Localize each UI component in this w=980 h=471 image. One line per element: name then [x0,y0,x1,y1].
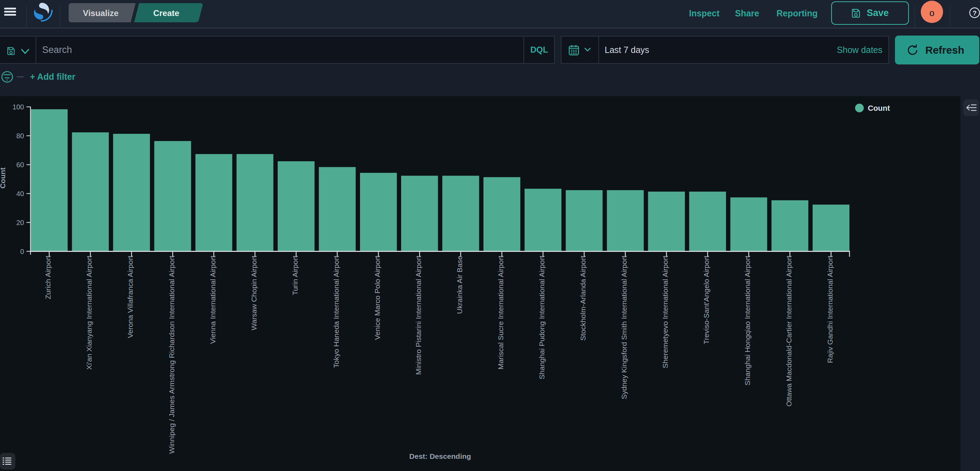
svg-text:Shanghai Pudong International: Shanghai Pudong International Airport [538,256,546,379]
svg-text:Vienna International Airport: Vienna International Airport [209,256,217,344]
svg-text:Ministro Pistarini Internation: Ministro Pistarini International Airport [414,256,422,375]
svg-text:Xi'an Xianyang International A: Xi'an Xianyang International Airport [85,256,93,370]
svg-text:60: 60 [16,161,24,169]
svg-text:Turin Airport: Turin Airport [291,256,299,295]
svg-text:Sheremetyevo International Air: Sheremetyevo International Airport [661,256,669,369]
svg-text:Rajiv Gandhi International Air: Rajiv Gandhi International Airport [826,256,834,363]
svg-text:Winnipeg / James Armstrong Ric: Winnipeg / James Armstrong Richardson In… [168,256,176,454]
svg-text:Venice Marco Polo Airport: Venice Marco Polo Airport [373,256,381,340]
svg-text:Ottawa Macdonald-Cartier Inter: Ottawa Macdonald-Cartier International A… [785,256,793,406]
svg-text:Ukrainka Air Base: Ukrainka Air Base [455,256,463,314]
svg-text:Treviso-Sant'Angelo Airport: Treviso-Sant'Angelo Airport [702,256,710,344]
svg-text:Zurich Airport: Zurich Airport [44,256,52,299]
svg-text:Count: Count [868,104,890,113]
svg-text:40: 40 [16,190,24,198]
svg-text:Sydney Kingsford Smith Interna: Sydney Kingsford Smith International Air… [620,256,628,399]
svg-text:20: 20 [16,219,24,227]
svg-text:Dest: Descending: Dest: Descending [409,452,471,460]
svg-text:Shanghai Hongqiao Internationa: Shanghai Hongqiao International Airport [743,256,751,385]
svg-text:Count: Count [0,168,6,189]
svg-text:Mariscal Sucre International A: Mariscal Sucre International Airport [496,256,504,370]
svg-text:100: 100 [13,103,24,111]
svg-text:Stockholm-Arlanda Airport: Stockholm-Arlanda Airport [579,256,587,341]
svg-text:?: ? [973,10,977,17]
svg-text:0: 0 [20,248,24,255]
svg-text:Warsaw Chopin Airport: Warsaw Chopin Airport [250,256,258,330]
svg-text:Verona Villafranca Airport: Verona Villafranca Airport [126,256,134,338]
svg-text:80: 80 [16,132,24,140]
svg-text:Tokyo Haneda International Air: Tokyo Haneda International Airport [332,256,340,368]
